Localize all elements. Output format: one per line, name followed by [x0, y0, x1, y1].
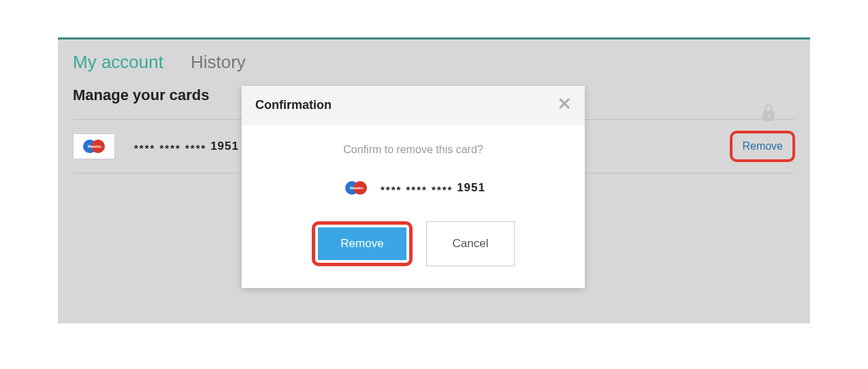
tab-history[interactable]: History — [191, 52, 246, 73]
remove-button-highlight: Remove — [312, 221, 413, 266]
modal-header: Confirmation — [242, 86, 585, 125]
card-number: **** **** **** 1951 — [134, 140, 239, 153]
close-icon[interactable] — [558, 97, 571, 113]
maestro-icon: Maestro. — [341, 179, 371, 197]
confirmation-modal: Confirmation Confirm to remove this card… — [242, 86, 585, 288]
maestro-icon: Maestro. — [79, 138, 109, 155]
modal-body: Confirm to remove this card? Maestro. **… — [242, 125, 585, 288]
modal-card-number: **** **** **** 1951 — [381, 181, 485, 195]
confirm-remove-button[interactable]: Remove — [318, 227, 406, 260]
svg-text:Maestro.: Maestro. — [350, 186, 364, 190]
card-brand-logo: Maestro. — [73, 133, 115, 159]
cancel-button[interactable]: Cancel — [426, 221, 515, 266]
tab-bar: My account History — [58, 39, 810, 80]
modal-card-mask: **** **** **** — [381, 184, 453, 195]
confirm-message: Confirm to remove this card? — [255, 144, 571, 156]
modal-card-display: Maestro. **** **** **** 1951 — [255, 179, 571, 197]
modal-button-row: Remove Cancel — [255, 221, 571, 266]
modal-card-last4: 1951 — [457, 181, 485, 194]
svg-text:Maestro.: Maestro. — [88, 144, 102, 148]
tab-my-account[interactable]: My account — [73, 52, 163, 73]
modal-title: Confirmation — [255, 98, 332, 112]
card-last4: 1951 — [210, 140, 239, 153]
remove-card-link[interactable]: Remove — [730, 131, 795, 162]
card-mask: **** **** **** — [134, 142, 206, 154]
